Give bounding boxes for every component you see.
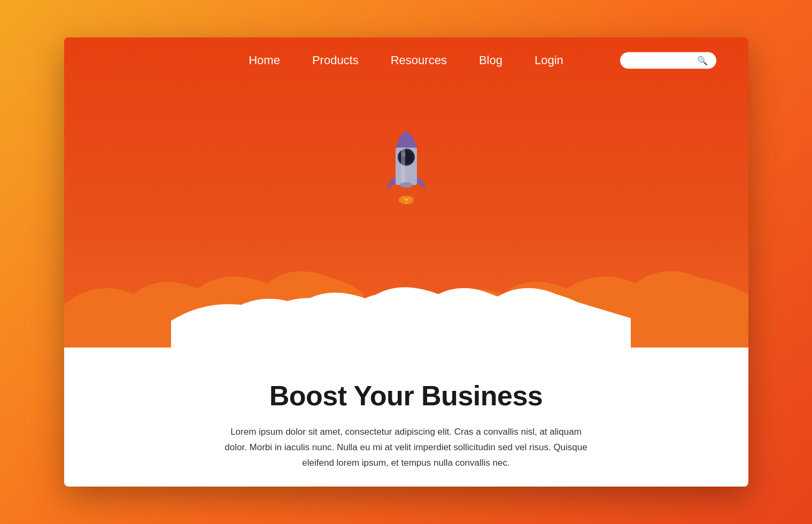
nav-links: Home Products Resources Blog Login: [249, 53, 563, 67]
bottom-section: Boost Your Business Lorem ipsum dolor si…: [64, 348, 748, 487]
search-box[interactable]: 🔍: [620, 52, 716, 69]
rocket-container: [64, 94, 748, 212]
nav-blog[interactable]: Blog: [479, 53, 502, 67]
nav-products[interactable]: Products: [312, 53, 359, 67]
body-text: Lorem ipsum dolor sit amet, consectetur …: [219, 425, 593, 471]
svg-rect-5: [401, 148, 405, 182]
svg-point-6: [400, 182, 413, 188]
search-input[interactable]: [628, 56, 697, 65]
navbar: Home Products Resources Blog Login 🔍: [64, 37, 748, 83]
page-headline: Boost Your Business: [86, 380, 727, 412]
nav-login[interactable]: Login: [535, 53, 563, 67]
cloud-wave: [64, 219, 748, 348]
page-card: Home Products Resources Blog Login 🔍: [64, 37, 748, 487]
rocket-icon: [372, 94, 441, 212]
top-section: Home Products Resources Blog Login 🔍: [64, 37, 748, 348]
search-icon: 🔍: [697, 56, 708, 66]
nav-resources[interactable]: Resources: [391, 53, 447, 67]
nav-home[interactable]: Home: [249, 53, 280, 67]
